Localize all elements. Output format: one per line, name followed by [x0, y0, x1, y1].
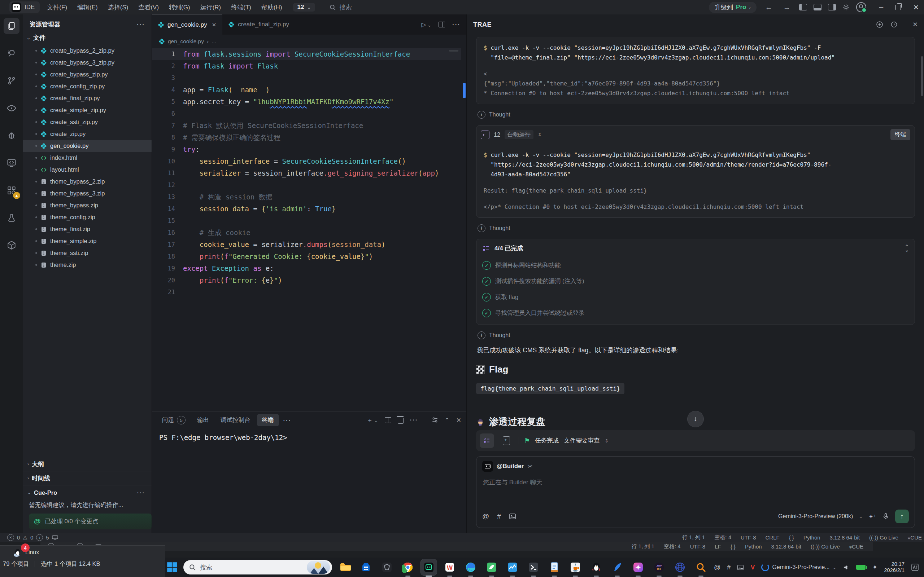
new-terminal-button[interactable]: ＋ ⌄	[367, 416, 378, 424]
taskbar-app-fin-app[interactable]	[609, 559, 625, 575]
code-line-9[interactable]: 9try:	[152, 143, 466, 155]
workspace-number-dropdown[interactable]: 12⌄	[293, 3, 315, 11]
menu-item[interactable]: 文件(F)	[42, 2, 72, 13]
tab-debug-console[interactable]: 调试控制台	[215, 414, 255, 426]
close-button[interactable]: ✕	[913, 3, 919, 11]
scroll-to-bottom-button[interactable]: ↓	[687, 411, 704, 427]
history-icon[interactable]	[890, 21, 898, 28]
file-item-theme.zip[interactable]: theme.zip	[23, 259, 152, 271]
maximize-panel-icon[interactable]: ⌃	[445, 416, 450, 424]
timeline-section[interactable]: ›时间线	[23, 471, 152, 485]
code-line-18[interactable]: 18 print(f"Generated Cookie: {cookie_val…	[152, 251, 466, 263]
activity-remote[interactable]	[3, 155, 19, 171]
activity-preview[interactable]	[3, 100, 19, 116]
open-terminal-button[interactable]: 终端	[890, 129, 910, 140]
ime-icon[interactable]	[911, 563, 919, 571]
file-item-theme_simple.zip[interactable]: theme_simple.zip	[23, 235, 152, 247]
model-selector[interactable]: Gemini-3-Pro-Preview (200k)	[778, 513, 853, 520]
activity-extensions[interactable]: ▲	[3, 182, 19, 198]
file-item-create_final_zip.py[interactable]: create_final_zip.py	[23, 92, 152, 104]
global-search[interactable]: 搜索	[330, 3, 352, 11]
menu-item[interactable]: 编辑(E)	[72, 2, 103, 13]
status-item[interactable]: { }	[789, 534, 794, 541]
code-line-19[interactable]: 19except Exception as e:	[152, 263, 466, 274]
code-line-15[interactable]: 15	[152, 215, 466, 227]
close-panel-icon[interactable]: ✕	[913, 21, 918, 29]
mention-button[interactable]: @	[482, 513, 489, 521]
status-item[interactable]: ((·)) Go Live	[811, 543, 840, 550]
status-item[interactable]: UTF-8	[741, 534, 756, 541]
activity-search[interactable]	[3, 45, 19, 61]
cue-more-icon[interactable]: ···	[137, 489, 145, 496]
status-item[interactable]: 3.12.8 64-bit	[830, 534, 860, 541]
ports-icon[interactable]	[52, 535, 58, 540]
split-editor-icon[interactable]	[439, 22, 445, 27]
collapse-icon[interactable]: ⌃⌄	[905, 245, 909, 252]
attach-image-icon[interactable]	[509, 513, 516, 520]
taskbar-app-ai-app[interactable]	[630, 559, 646, 575]
info-icon[interactable]: i	[36, 534, 43, 541]
toggle-left-sidebar-icon[interactable]	[799, 4, 807, 10]
status-item[interactable]: UTF-8	[690, 543, 706, 550]
status-item[interactable]: ⁎CUE	[908, 534, 922, 541]
tab-output[interactable]: 输出	[192, 414, 214, 426]
files-section-header[interactable]: ⌄ 文件	[23, 32, 152, 43]
flag-value[interactable]: flag{theme_park_chain_sqli_upload_ssti}	[476, 383, 624, 394]
taskbar-app-file-explorer[interactable]	[337, 559, 353, 575]
tab-terminal[interactable]: 终端	[257, 414, 279, 426]
taskbar-app-edge[interactable]	[463, 559, 478, 575]
code-line-20[interactable]: 20 print(f"Error: {e}")	[152, 274, 466, 286]
file-item-create_config_zip.py[interactable]: create_config_zip.py	[23, 81, 152, 92]
start-button[interactable]	[166, 561, 178, 574]
expand-icon[interactable]: ⇕	[538, 132, 542, 137]
file-item-create_bypass_3_zip.py[interactable]: create_bypass_3_zip.py	[23, 56, 152, 69]
toggle-right-sidebar-icon[interactable]	[828, 4, 836, 10]
panel-layout-icon[interactable]	[432, 417, 438, 423]
activity-debug[interactable]	[3, 128, 19, 143]
file-item-create_bypass_zip.py[interactable]: create_bypass_zip.py	[23, 69, 152, 81]
taskbar-app-powershell[interactable]	[525, 559, 541, 575]
warnings-icon[interactable]: ⚠	[23, 535, 27, 541]
code-line-21[interactable]: 21	[152, 286, 466, 298]
tab-problems[interactable]: 问题 5	[157, 414, 191, 427]
taskbar-app-wps[interactable]: W	[442, 559, 458, 575]
file-item-theme_bypass.zip[interactable]: theme_bypass.zip	[23, 200, 152, 211]
status-item[interactable]: Python	[745, 543, 762, 550]
file-item-theme_ssti.zip[interactable]: theme_ssti.zip	[23, 247, 152, 259]
close-tab-icon[interactable]: ✕	[212, 22, 216, 28]
account-avatar[interactable]	[856, 2, 866, 12]
activity-testing[interactable]	[3, 210, 19, 226]
status-item[interactable]: ((·)) Go Live	[869, 534, 898, 541]
taskbar-app-trae-ide[interactable]	[421, 559, 437, 575]
code-line-8[interactable]: 8# 需要确保模拟正确的签名过程	[152, 132, 466, 143]
thought-row[interactable]: i Thought	[478, 331, 914, 339]
code-line-12[interactable]: 12	[152, 179, 466, 191]
taskbar-app-globe-app[interactable]	[672, 559, 688, 575]
file-item-gen_cookie.py[interactable]: gen_cookie.py	[23, 140, 152, 152]
terminal-more-icon[interactable]: ···	[410, 416, 418, 424]
builder-mention[interactable]: @Builder	[497, 463, 524, 470]
code-line-3[interactable]: 3	[152, 72, 466, 84]
status-item[interactable]: 行 1, 列 1	[632, 543, 654, 550]
terminal-output[interactable]: PS F:\edge browser\web-2day\12>	[152, 429, 466, 533]
code-editor[interactable]: 1from flask.sessions import SecureCookie…	[152, 48, 466, 411]
file-item-theme_bypass_2.zip[interactable]: theme_bypass_2.zip	[23, 176, 152, 187]
taskbar-app-monitor-app[interactable]	[505, 559, 520, 575]
close-panel-icon[interactable]: ✕	[456, 416, 461, 424]
taskbar-app-chrome[interactable]	[400, 559, 416, 575]
changed-files-button[interactable]	[499, 434, 514, 448]
thought-row[interactable]: i Thought	[478, 224, 914, 232]
taskbar-app-ms-store[interactable]	[358, 559, 374, 575]
code-line-14[interactable]: 14 session_data = {'is_admin': True}	[152, 203, 466, 215]
gear-icon[interactable]	[842, 3, 850, 11]
tray-clock[interactable]: 20:17 2026/2/1	[884, 561, 905, 574]
sparkle-icon[interactable]: ✦⁺	[868, 513, 876, 520]
scissors-icon[interactable]: ✂	[527, 463, 532, 470]
file-item-create_bypass_2_zip.py[interactable]: create_bypass_2_zip.py	[23, 45, 152, 56]
code-line-1[interactable]: 1from flask.sessions import SecureCookie…	[152, 48, 466, 60]
code-line-16[interactable]: 16 # 生成 cookie	[152, 227, 466, 239]
new-chat-icon[interactable]	[876, 21, 883, 28]
editor-more-icon[interactable]: ···	[452, 21, 460, 28]
status-item[interactable]: 3.12.8 64-bit	[771, 543, 801, 550]
status-item[interactable]: 空格: 4	[664, 543, 681, 550]
